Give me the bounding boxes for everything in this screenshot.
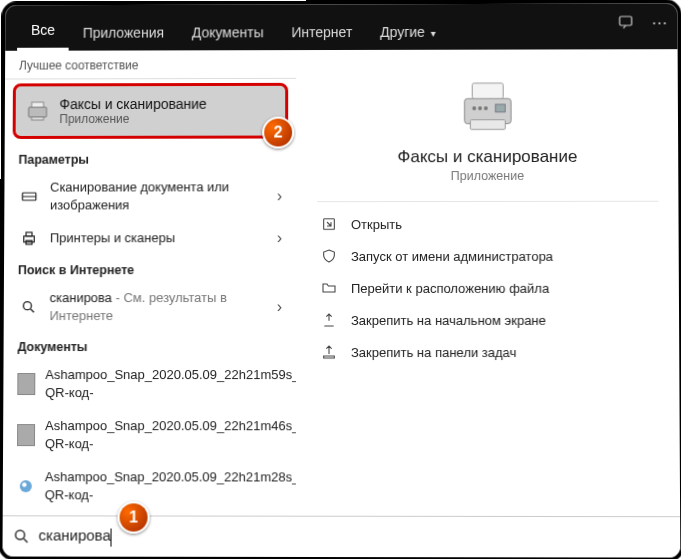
action-open[interactable]: Открыть [317,208,659,240]
svg-rect-13 [470,120,505,130]
chevron-right-icon: › [277,298,282,316]
document-item[interactable]: Ashampoo_Snap_2020.05.09_22h21m46s_035_С… [3,409,296,460]
pin-start-icon [319,312,339,328]
content-body: Лучшее соответствие Факсы и сканирование… [3,49,680,517]
svg-rect-2 [32,102,44,107]
image-icon [17,477,35,495]
document-icon [17,424,35,446]
folder-icon [319,280,339,296]
tab-all[interactable]: Все [17,12,69,51]
svg-rect-3 [32,117,44,120]
web-header: Поиск в Интернете [4,255,296,281]
document-label: Ashampoo_Snap_2020.05.09_22h21m46s_035_С… [45,417,297,452]
svg-rect-5 [24,236,34,242]
preview-subtitle: Приложение [317,169,658,183]
svg-point-10 [22,482,27,487]
documents-header: Документы [4,332,296,358]
action-label: Запуск от имени администратора [351,248,553,263]
svg-point-15 [472,106,476,110]
more-icon[interactable]: ⋯ [651,13,667,32]
best-match-subtitle: Приложение [59,112,206,126]
pin-taskbar-icon [319,344,339,360]
topbar: Все Приложения Документы Интернет Другие… [5,3,677,50]
preview-title: Факсы и сканирование [317,147,658,167]
best-match-item[interactable]: Факсы и сканирование Приложение 2 [13,83,289,139]
document-icon [17,373,35,395]
document-label: Ashampoo_Snap_2020.05.09_22h21m59s_036_С… [45,366,297,401]
action-open-location[interactable]: Перейти к расположению файла [317,272,659,304]
chevron-right-icon: › [277,187,282,205]
svg-rect-12 [472,83,503,98]
tab-documents[interactable]: Документы [178,14,278,50]
fax-icon [456,75,518,137]
preview-actions: Открыть Запуск от имени администратора П… [317,201,659,368]
search-icon [18,299,40,315]
svg-point-19 [16,530,25,539]
results-column: Лучшее соответствие Факсы и сканирование… [3,50,297,517]
action-pin-start[interactable]: Закрепить на начальном экране [317,304,659,336]
tab-more[interactable]: Другие▾ [366,14,450,50]
tab-apps[interactable]: Приложения [69,15,178,51]
settings-header: Параметры [5,144,297,170]
settings-item-scan[interactable]: Сканирование документа или изображения › [4,170,296,221]
settings-item-printers[interactable]: Принтеры и сканеры › [4,221,296,255]
svg-rect-14 [495,104,505,112]
document-item[interactable]: Ashampoo_Snap_2020.05.09_22h21m59s_036_С… [3,358,296,409]
preview-column: Факсы и сканирование Приложение Открыть … [297,49,680,517]
annotation-badge-1: 1 [118,501,150,533]
best-match-title: Факсы и сканирование [59,96,206,112]
svg-rect-6 [26,232,32,236]
chevron-right-icon: › [277,229,282,247]
web-search-item[interactable]: сканирова - См. результаты в Интернете › [4,281,296,332]
search-panel: Все Приложения Документы Интернет Другие… [0,0,681,559]
svg-rect-0 [620,16,632,25]
feedback-icon[interactable] [617,13,635,32]
scope-tabs: Все Приложения Документы Интернет Другие… [17,11,450,51]
settings-item-label: Принтеры и сканеры [50,229,267,247]
settings-item-label: Сканирование документа или изображения [50,178,267,213]
action-label: Перейти к расположению файла [351,280,549,295]
action-label: Закрепить на начальном экране [351,312,546,327]
svg-point-16 [478,106,482,110]
annotation-badge-2: 2 [262,117,294,149]
action-run-as-admin[interactable]: Запуск от имени администратора [317,240,659,272]
action-label: Закрепить на панели задач [351,345,517,360]
fax-icon [26,99,50,123]
web-search-label: сканирова - См. результаты в Интернете [50,289,267,324]
open-icon [319,216,339,232]
admin-icon [319,248,339,264]
action-pin-taskbar[interactable]: Закрепить на панели задач [317,336,659,368]
scanner-icon [18,187,40,205]
printer-icon [18,229,40,247]
tab-internet[interactable]: Интернет [277,14,366,50]
search-bar[interactable]: сканирова [2,515,680,557]
search-input[interactable]: сканирова [38,527,111,546]
svg-rect-1 [29,107,47,117]
action-label: Открыть [351,217,402,232]
svg-point-17 [483,106,487,110]
document-label: Ashampoo_Snap_2020.05.09_22h21m28s_033_С… [45,469,297,505]
document-item[interactable]: Ashampoo_Snap_2020.05.09_22h21m28s_033_С… [3,461,296,513]
search-icon [13,527,31,545]
svg-point-8 [23,301,31,309]
chevron-down-icon: ▾ [431,28,436,39]
best-match-header: Лучшее соответствие [5,50,296,79]
